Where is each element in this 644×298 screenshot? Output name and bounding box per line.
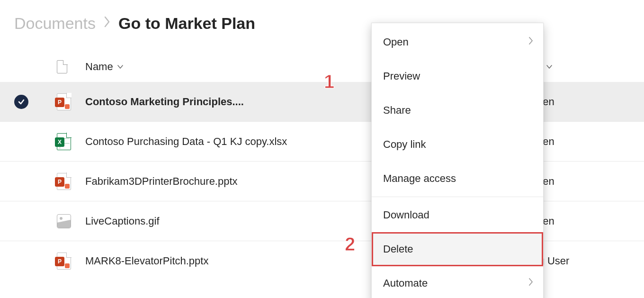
menu-item-label: Download <box>383 209 429 221</box>
image-file-icon <box>57 214 71 228</box>
selected-check-icon[interactable] <box>14 95 28 109</box>
chevron-right-icon <box>103 16 111 31</box>
file-name[interactable]: Contoso Marketing Principles.... <box>85 96 244 108</box>
annotation-callout-2: 2 <box>345 234 355 255</box>
chevron-right-icon <box>528 36 534 48</box>
menu-item-label: Copy link <box>383 138 426 151</box>
table-header: Name Modified By <box>0 52 644 82</box>
file-name[interactable]: Fabrikam3DPrinterBrochure.pptx <box>85 175 238 188</box>
file-name[interactable]: LiveCaptions.gif <box>85 215 160 227</box>
menu-item-download[interactable]: Download <box>372 198 543 232</box>
table-row[interactable]: X Contoso Purchasing Data - Q1 KJ copy.x… <box>0 122 644 162</box>
menu-item-label: Share <box>383 104 411 117</box>
menu-item-label: Open <box>383 36 409 48</box>
menu-item-share[interactable]: Share <box>372 93 543 127</box>
breadcrumb-parent[interactable]: Documents <box>14 14 96 33</box>
table-row[interactable]: P Fabrikam3DPrinterBrochure.pptx Megan B… <box>0 162 644 201</box>
file-type-column-icon[interactable] <box>57 60 67 73</box>
menu-separator <box>372 197 543 197</box>
chevron-down-icon <box>546 63 553 70</box>
file-name[interactable]: MARK8-ElevatorPitch.pptx <box>85 255 208 267</box>
menu-item-label: Delete <box>383 243 413 255</box>
file-table: Name Modified By P Contoso Marketing Pri… <box>0 52 644 281</box>
annotation-callout-1: 1 <box>324 71 334 92</box>
powerpoint-file-icon: P <box>57 173 71 190</box>
breadcrumb: Documents Go to Market Plan <box>0 0 644 42</box>
table-row[interactable]: P Contoso Marketing Principles.... Megan… <box>0 82 644 122</box>
menu-item-copy-link[interactable]: Copy link <box>372 127 543 162</box>
column-header-name[interactable]: Name <box>85 61 412 73</box>
menu-item-automate[interactable]: Automate <box>372 266 543 298</box>
excel-file-icon: X <box>57 133 71 150</box>
menu-item-label: Automate <box>383 277 428 289</box>
table-row[interactable]: LiveCaptions.gif Megan Bowen <box>0 201 644 241</box>
chevron-right-icon <box>528 277 534 289</box>
menu-item-delete[interactable]: Delete <box>372 232 543 266</box>
powerpoint-file-icon: P <box>57 253 71 270</box>
file-name[interactable]: Contoso Purchasing Data - Q1 KJ copy.xls… <box>85 135 287 148</box>
menu-item-label: Preview <box>383 70 420 82</box>
menu-item-open[interactable]: Open <box>372 25 543 59</box>
context-menu: Open Preview Share Copy link Manage acce… <box>371 23 544 298</box>
chevron-down-icon <box>117 63 124 70</box>
table-row[interactable]: P MARK8-ElevatorPitch.pptx Provisioning … <box>0 241 644 281</box>
menu-item-label: Manage access <box>383 172 456 185</box>
menu-item-manage-access[interactable]: Manage access <box>372 162 543 196</box>
column-header-name-label: Name <box>85 61 113 73</box>
powerpoint-file-icon: P <box>57 93 71 110</box>
breadcrumb-current: Go to Market Plan <box>118 14 255 33</box>
menu-item-preview[interactable]: Preview <box>372 59 543 93</box>
